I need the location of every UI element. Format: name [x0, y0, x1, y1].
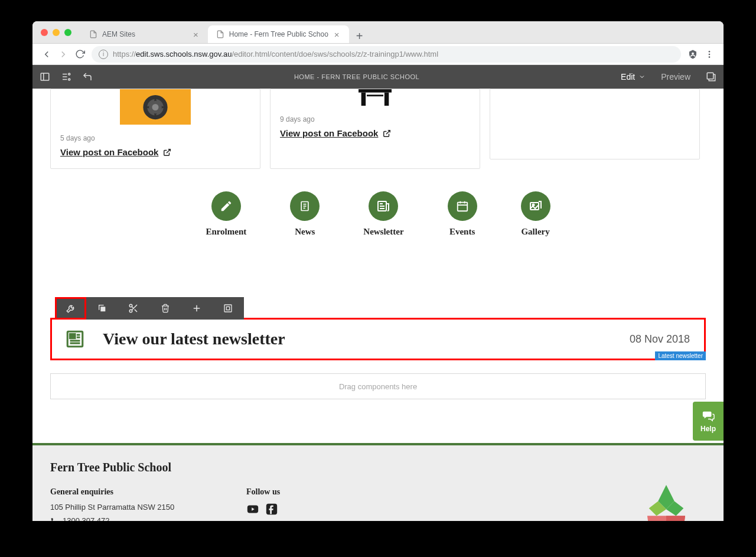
browser-menu-icon[interactable]	[701, 46, 718, 63]
footer-address: 105 Phillip St Parramatta NSW 2150	[50, 503, 246, 512]
newsletter-title: View our latest newsletter	[103, 330, 630, 348]
trash-icon	[161, 304, 170, 313]
tab-title: Home - Fern Tree Public Schoo	[229, 30, 328, 38]
link-text: View post on Facebook	[280, 128, 378, 138]
post-age: 9 days ago	[280, 115, 470, 123]
quicklink-newsletter[interactable]: Newsletter	[363, 191, 403, 237]
component-toolbar	[55, 297, 244, 320]
browser-tab-2[interactable]: Home - Fern Tree Public Schoo ×	[208, 25, 349, 43]
svg-point-10	[69, 79, 70, 80]
svg-rect-4	[41, 73, 49, 80]
svg-line-39	[135, 310, 137, 312]
page-info-icon[interactable]	[61, 71, 71, 82]
chat-icon	[701, 409, 715, 422]
window-controls	[41, 29, 71, 36]
youtube-icon[interactable]	[246, 503, 259, 516]
facebook-card[interactable]: 5 days ago View post on Facebook	[50, 89, 260, 169]
footer-school-name: Fern Tree Public School	[50, 461, 706, 474]
parent-button[interactable]	[213, 297, 244, 320]
copy-icon	[97, 304, 107, 313]
svg-rect-16	[359, 89, 392, 93]
close-window-icon[interactable]	[41, 29, 48, 36]
school-logo	[634, 482, 699, 521]
back-button[interactable]	[38, 46, 55, 63]
close-tab-icon[interactable]: ×	[333, 30, 341, 40]
svg-line-20	[386, 130, 390, 133]
link-text: View post on Facebook	[60, 147, 158, 157]
svg-point-14	[152, 104, 159, 110]
phone-icon	[50, 517, 58, 521]
plus-icon	[191, 303, 202, 314]
view-post-link[interactable]: View post on Facebook	[60, 147, 171, 157]
url-text: https://edit.sws.schools.nsw.gov.au/edit…	[113, 50, 438, 58]
favicon-icon	[89, 30, 97, 38]
mode-dropdown[interactable]: Edit	[621, 72, 646, 82]
browser-tab-1[interactable]: AEM Sites ×	[81, 25, 208, 43]
component-tag: Latest newsletter	[655, 351, 706, 360]
follow-heading: Follow us	[246, 487, 280, 497]
quicklink-label: News	[295, 227, 315, 237]
address-bar[interactable]: i https://edit.sws.schools.nsw.gov.au/ed…	[92, 46, 681, 63]
delete-button[interactable]	[149, 297, 181, 320]
svg-point-2	[709, 53, 711, 55]
external-link-icon	[163, 148, 171, 157]
quicklink-news[interactable]: News	[290, 191, 320, 237]
insert-button[interactable]	[181, 297, 212, 320]
maximize-window-icon[interactable]	[64, 29, 71, 36]
group-icon	[223, 304, 233, 313]
phone-text: 1300 307 472	[63, 516, 110, 521]
close-tab-icon[interactable]: ×	[192, 30, 200, 40]
preview-button[interactable]: Preview	[661, 72, 690, 82]
svg-rect-19	[367, 95, 383, 96]
new-tab-button[interactable]: +	[349, 30, 370, 43]
svg-point-37	[130, 310, 133, 312]
undo-icon[interactable]	[82, 71, 93, 82]
svg-rect-43	[224, 305, 232, 312]
help-label: Help	[700, 425, 716, 433]
mode-label: Edit	[621, 72, 635, 82]
forward-button[interactable]	[55, 46, 71, 63]
external-link-icon	[383, 129, 391, 138]
svg-point-0	[692, 52, 694, 54]
profile-icon[interactable]	[685, 46, 701, 63]
titlebar: AEM Sites × Home - Fern Tree Public Scho…	[32, 21, 724, 44]
svg-rect-17	[361, 93, 366, 106]
annotate-icon[interactable]	[706, 71, 716, 82]
quicklink-enrolment[interactable]: Enrolment	[206, 191, 246, 237]
side-panel-icon[interactable]	[40, 71, 50, 82]
svg-rect-44	[227, 307, 230, 310]
copy-button[interactable]	[86, 297, 118, 320]
minimize-window-icon[interactable]	[53, 29, 60, 36]
svg-line-40	[132, 307, 134, 308]
reload-button[interactable]	[71, 46, 88, 63]
quicklink-label: Enrolment	[206, 227, 246, 237]
footer: Fern Tree Public School General enquirie…	[32, 445, 724, 521]
svg-point-9	[69, 73, 70, 75]
quicklink-events[interactable]: Events	[448, 191, 477, 237]
help-button[interactable]: Help	[693, 402, 724, 441]
site-info-icon[interactable]: i	[99, 50, 108, 59]
facebook-card[interactable]: 9 days ago View post on Facebook	[270, 89, 480, 169]
quicklinks-row: Enrolment News Newsletter Events Gallery	[32, 191, 724, 237]
quicklink-label: Gallery	[521, 227, 549, 237]
quicklink-gallery[interactable]: Gallery	[521, 191, 550, 237]
facebook-card[interactable]	[490, 89, 700, 159]
view-post-link[interactable]: View post on Facebook	[280, 128, 391, 138]
facebook-icon[interactable]	[265, 503, 278, 516]
post-image	[120, 89, 191, 125]
drop-zone[interactable]: Drag components here	[50, 373, 706, 399]
page-title: HOME - FERN TREE PUBLIC SCHOOL	[93, 73, 621, 80]
newsletter-date: 08 Nov 2018	[630, 333, 690, 346]
cut-button[interactable]	[118, 297, 149, 320]
quicklink-label: Newsletter	[363, 227, 403, 237]
enquiries-heading: General enquiries	[50, 487, 246, 497]
dropzone-text: Drag components here	[339, 382, 417, 391]
svg-point-1	[709, 51, 711, 53]
pencil-icon	[220, 200, 233, 213]
chevron-down-icon	[638, 73, 646, 80]
configure-button[interactable]	[55, 297, 86, 320]
scissors-icon	[128, 303, 139, 314]
newsletter-component[interactable]: View our latest newsletter 08 Nov 2018 L…	[50, 318, 706, 360]
svg-rect-18	[384, 93, 389, 106]
address-bar-row: i https://edit.sws.schools.nsw.gov.au/ed…	[32, 44, 724, 65]
